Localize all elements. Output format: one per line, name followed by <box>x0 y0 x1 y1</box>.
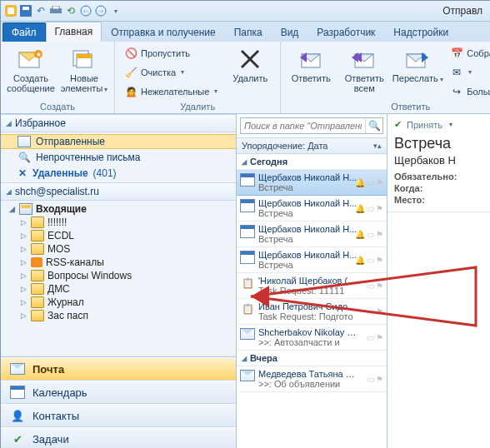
meeting-item-icon <box>240 251 255 264</box>
accept-check-icon[interactable]: ✔ <box>394 119 402 130</box>
flag-icon[interactable]: ⚑ <box>376 204 383 213</box>
account-header[interactable]: ◢shch@specialist.ru <box>1 182 236 201</box>
meeting-icon: 📅 <box>450 47 463 60</box>
category-icon[interactable]: ▭ <box>367 230 374 239</box>
category-icon[interactable]: ▭ <box>367 307 374 316</box>
undo-icon[interactable]: ↶ <box>34 4 48 17</box>
forward-icon[interactable]: → <box>94 4 108 17</box>
expander-icon[interactable]: ▷ <box>19 298 28 306</box>
flag-icon[interactable]: ⚑ <box>376 178 383 187</box>
category-icon[interactable]: ▭ <box>367 178 374 187</box>
fav-unread[interactable]: 🔍Непрочтенные письма <box>1 149 236 166</box>
tree-inbox[interactable]: ◢Входящие <box>1 202 236 216</box>
category-icon[interactable]: ▭ <box>367 281 374 291</box>
message-item[interactable]: Shcherbakov Nikolay 1...>>: Автозапчасти… <box>237 325 387 351</box>
arrange-header[interactable]: Упорядочение: Дата ▾▴ <box>237 137 387 154</box>
category-icon[interactable]: ▭ <box>367 204 374 213</box>
new-mail-icon: ★ <box>18 46 44 72</box>
tab-file[interactable]: Файл <box>2 22 46 42</box>
tab-addins[interactable]: Надстройки <box>384 22 458 42</box>
flag-icon[interactable]: ⚑ <box>376 281 383 291</box>
flag-icon[interactable]: ⚑ <box>376 307 383 316</box>
back-icon[interactable]: ← <box>79 4 92 17</box>
meeting-button[interactable]: 📅Собрание <box>446 44 490 62</box>
category-icon[interactable]: ▭ <box>367 333 374 342</box>
search-input[interactable] <box>241 118 365 133</box>
tree-folder[interactable]: ▷ДМС <box>1 282 236 296</box>
message-group-header[interactable]: ◢Сегодня <box>237 154 387 170</box>
category-icon[interactable]: ▭ <box>367 256 374 265</box>
reply-button[interactable]: Ответить <box>286 43 336 101</box>
expander-icon[interactable]: ▷ <box>19 231 28 240</box>
message-item[interactable]: Щербаков Николай Н...Встреча🔔▭⚑ <box>237 222 387 247</box>
fav-deleted[interactable]: ✕Удаленные (401) <box>1 166 236 181</box>
svg-rect-1 <box>8 7 14 14</box>
nav-tasks-button[interactable]: ✔Задачи <box>1 427 236 448</box>
expander-icon[interactable]: ▷ <box>19 311 28 320</box>
expander-icon[interactable]: ◢ <box>8 205 16 213</box>
tree-folder[interactable]: ▷ECDL <box>1 229 236 242</box>
expander-icon[interactable]: ▷ <box>19 271 28 280</box>
tree-folder[interactable]: ▷Зас пасп <box>1 309 236 322</box>
sort-toggle-icon[interactable]: ▾▴ <box>373 142 382 150</box>
print-icon[interactable] <box>49 4 62 17</box>
reply-all-button[interactable]: Ответить всем <box>339 43 389 101</box>
nav-calendar-button[interactable]: Календарь <box>1 381 236 404</box>
message-group-header[interactable]: ◢Вчера <box>237 351 387 366</box>
tree-folder[interactable]: ▷RSS-каналы <box>1 256 236 269</box>
fav-sent[interactable]: Отправленные <box>1 134 236 149</box>
save-icon[interactable] <box>19 4 32 17</box>
tree-folder[interactable]: ▷Вопросы Windows <box>1 269 236 282</box>
message-item[interactable]: 📋'Николай Щербаков (...Task Request: 111… <box>237 273 387 299</box>
nav-mail-button[interactable]: Почта <box>1 357 236 381</box>
favorites-header[interactable]: ◢Избранное <box>1 114 236 132</box>
task-item-icon: 📋 <box>241 276 254 290</box>
accept-button[interactable]: Принять <box>407 120 442 130</box>
flag-icon[interactable]: ⚑ <box>376 256 383 265</box>
message-item[interactable]: Щербаков Николай Н...Встреча🔔▭⚑ <box>237 170 387 196</box>
ignore-button[interactable]: 🚫Пропустить <box>120 44 222 62</box>
nav-contacts-button[interactable]: 👤Контакты <box>1 404 236 427</box>
expander-icon[interactable]: ▷ <box>19 285 28 293</box>
flag-icon[interactable]: ⚑ <box>376 375 383 384</box>
new-message-button[interactable]: ★ Создать сообщение <box>6 43 56 101</box>
delete-button[interactable]: Удалить <box>225 43 275 101</box>
message-item[interactable]: Медведева Татьяна Н...>>: Об объявлении▭… <box>237 366 387 392</box>
tree-folder[interactable]: ▷MOS <box>1 242 236 256</box>
more-respond-button[interactable]: ↪Больше▾ <box>446 82 490 101</box>
folder-tree: ◢Входящие ▷!!!!!!!▷ECDL▷MOS▷RSS-каналы▷В… <box>1 201 236 356</box>
expander-icon[interactable]: ▷ <box>19 218 28 226</box>
message-item[interactable]: 📋Иван Петрович Сидо...Task Request: Подг… <box>237 299 387 325</box>
group-respond-caption: Ответить <box>286 101 490 113</box>
flag-icon[interactable]: ⚑ <box>376 333 383 342</box>
new-items-button[interactable]: Новые элементы▾ <box>59 43 109 101</box>
tab-home[interactable]: Главная <box>46 22 102 42</box>
tab-view[interactable]: Вид <box>272 22 308 42</box>
tree-folder[interactable]: ▷!!!!!!! <box>1 216 236 229</box>
folder-icon <box>31 217 44 228</box>
expander-icon[interactable]: ▷ <box>19 245 28 253</box>
message-item[interactable]: Щербаков Николай Н...Встреча🔔▭⚑ <box>237 247 387 273</box>
reminder-icon: 🔔 <box>355 178 365 187</box>
tab-sendreceive[interactable]: Отправка и получение <box>102 22 224 42</box>
flag-icon[interactable]: ⚑ <box>376 230 383 239</box>
tab-developer[interactable]: Разработчик <box>308 22 384 42</box>
forward-button[interactable]: Переслать▾ <box>392 43 442 101</box>
svg-rect-5 <box>52 6 59 9</box>
respond-gallery-button[interactable]: ✉▾ <box>446 63 490 82</box>
svg-text:★: ★ <box>36 51 42 58</box>
expander-icon[interactable]: ▷ <box>19 258 28 266</box>
qat-more-icon[interactable]: ▾ <box>109 4 122 17</box>
junk-button[interactable]: 🙍Нежелательные▾ <box>120 82 222 101</box>
cleanup-button[interactable]: 🧹Очистка▾ <box>120 63 222 82</box>
message-list-pane: 🔍 Упорядочение: Дата ▾▴ ◢СегодняЩербаков… <box>237 114 388 448</box>
category-icon[interactable]: ▭ <box>367 375 374 384</box>
reading-required-label: Обязательно: <box>394 172 484 182</box>
accept-dropdown-icon[interactable]: ▾ <box>449 121 452 128</box>
message-item[interactable]: Щербаков Николай Н...Встреча🔔▭⚑ <box>237 196 387 222</box>
sendreceive-icon[interactable]: ⟲ <box>64 4 78 17</box>
search-button[interactable]: 🔍 <box>365 118 382 133</box>
reminder-icon: 🔔 <box>355 230 365 239</box>
tree-folder[interactable]: ▷Журнал <box>1 296 236 309</box>
tab-folder[interactable]: Папка <box>225 22 272 42</box>
